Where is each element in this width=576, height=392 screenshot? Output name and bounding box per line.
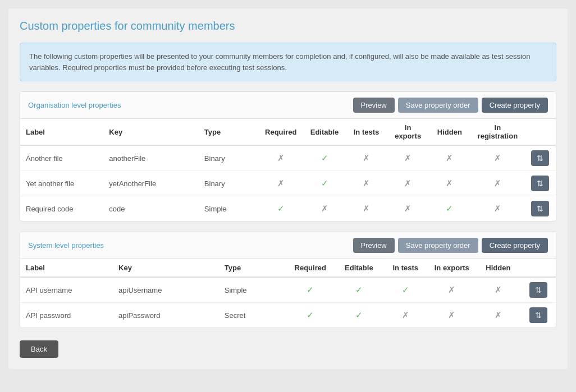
sys-row-sort[interactable]: ⇅ xyxy=(522,277,556,303)
sys-col-editable: Editable xyxy=(336,259,382,277)
sys-row-editable: ✓ xyxy=(336,277,382,303)
org-table-row: Required code code Simple ✓ ✗ ✗ ✗ ✓ ✗ ⇅ xyxy=(20,196,556,222)
org-sort-button[interactable]: ⇅ xyxy=(531,176,549,191)
sys-row-key: apiPassword xyxy=(113,303,219,328)
back-button[interactable]: Back xyxy=(20,340,58,358)
org-row-in-registration: ✗ xyxy=(470,196,525,222)
org-table-row: Another file anotherFile Binary ✗ ✓ ✗ ✗ … xyxy=(20,145,556,171)
sys-table-row: API password apiPassword Secret ✓ ✓ ✗ ✗ … xyxy=(20,303,556,328)
sys-row-required: ✓ xyxy=(285,277,336,303)
sys-col-required: Required xyxy=(285,259,336,277)
org-row-sort[interactable]: ⇅ xyxy=(525,196,556,222)
org-create-property-button[interactable]: Create property xyxy=(482,98,548,113)
sys-row-required: ✓ xyxy=(285,303,336,328)
sys-section-header: System level properties Preview Save pro… xyxy=(20,232,556,259)
org-col-editable: Editable xyxy=(304,119,346,145)
org-section-title: Organisation level properties xyxy=(28,101,121,109)
org-table-header-row: Label Key Type Required Editable In test… xyxy=(20,119,556,145)
sys-table-header-row: Label Key Type Required Editable In test… xyxy=(20,259,556,277)
sys-col-key: Key xyxy=(113,259,219,277)
sys-row-sort[interactable]: ⇅ xyxy=(522,303,556,328)
sys-col-hidden: Hidden xyxy=(475,259,522,277)
org-row-in-tests: ✗ xyxy=(345,145,387,171)
sys-row-hidden: ✗ xyxy=(475,277,522,303)
org-row-label: Another file xyxy=(20,145,103,171)
org-row-in-exports: ✗ xyxy=(387,196,429,222)
sys-col-type: Type xyxy=(219,259,285,277)
sys-properties-table: Label Key Type Required Editable In test… xyxy=(20,259,556,328)
org-col-hidden: Hidden xyxy=(429,119,470,145)
sys-row-label: API password xyxy=(20,303,113,328)
sys-section-title: System level properties xyxy=(28,241,104,250)
org-section: Organisation level properties Preview Sa… xyxy=(20,91,556,222)
org-row-in-registration: ✗ xyxy=(470,171,525,196)
org-row-key: anotherFile xyxy=(103,145,199,171)
sys-row-in-tests: ✗ xyxy=(382,303,429,328)
org-col-key: Key xyxy=(103,119,199,145)
sys-create-property-button[interactable]: Create property xyxy=(482,238,548,253)
org-section-header: Organisation level properties Preview Sa… xyxy=(20,92,556,119)
org-row-sort[interactable]: ⇅ xyxy=(525,171,556,196)
sys-row-in-exports: ✗ xyxy=(429,277,476,303)
org-row-label: Required code xyxy=(20,196,103,222)
org-col-required: Required xyxy=(258,119,304,145)
org-row-in-registration: ✗ xyxy=(470,145,525,171)
org-row-in-exports: ✗ xyxy=(387,145,429,171)
sys-row-editable: ✓ xyxy=(336,303,382,328)
org-save-order-button[interactable]: Save property order xyxy=(398,98,478,113)
org-row-type: Simple xyxy=(199,196,258,222)
sys-row-type: Secret xyxy=(219,303,285,328)
org-row-type: Binary xyxy=(199,145,258,171)
sys-row-hidden: ✗ xyxy=(475,303,522,328)
org-row-key: code xyxy=(103,196,199,222)
org-col-action xyxy=(525,119,556,145)
org-row-in-exports: ✗ xyxy=(387,171,429,196)
sys-sort-button[interactable]: ⇅ xyxy=(529,282,547,298)
org-col-label: Label xyxy=(20,119,103,145)
org-row-sort[interactable]: ⇅ xyxy=(525,145,556,171)
sys-sort-button[interactable]: ⇅ xyxy=(529,307,547,323)
org-col-in-exports: In exports xyxy=(387,119,429,145)
sys-section: System level properties Preview Save pro… xyxy=(20,232,556,328)
org-row-required: ✗ xyxy=(258,171,304,196)
org-section-actions: Preview Save property order Create prope… xyxy=(353,98,548,113)
org-row-editable: ✗ xyxy=(304,196,346,222)
org-row-editable: ✓ xyxy=(304,171,346,196)
org-properties-table: Label Key Type Required Editable In test… xyxy=(20,119,556,221)
sys-preview-button[interactable]: Preview xyxy=(353,238,395,253)
sys-col-in-tests: In tests xyxy=(382,259,429,277)
org-row-key: yetAnotherFile xyxy=(103,171,199,196)
org-row-type: Binary xyxy=(199,171,258,196)
org-col-type: Type xyxy=(199,119,258,145)
org-row-in-tests: ✗ xyxy=(345,171,387,196)
org-sort-button[interactable]: ⇅ xyxy=(531,201,549,216)
sys-save-order-button[interactable]: Save property order xyxy=(398,238,478,253)
sys-col-in-exports: In exports xyxy=(429,259,476,277)
sys-col-label: Label xyxy=(20,259,113,277)
org-col-in-tests: In tests xyxy=(345,119,387,145)
org-table-row: Yet another file yetAnotherFile Binary ✗… xyxy=(20,171,556,196)
sys-row-type: Simple xyxy=(219,277,285,303)
org-row-in-tests: ✗ xyxy=(345,196,387,222)
sys-row-label: API username xyxy=(20,277,113,303)
org-row-required: ✓ xyxy=(258,196,304,222)
sys-row-in-exports: ✗ xyxy=(429,303,476,328)
sys-row-in-tests: ✓ xyxy=(382,277,429,303)
org-preview-button[interactable]: Preview xyxy=(353,98,395,113)
sys-col-action xyxy=(522,259,556,277)
org-row-required: ✗ xyxy=(258,145,304,171)
sys-section-actions: Preview Save property order Create prope… xyxy=(353,238,548,253)
org-sort-button[interactable]: ⇅ xyxy=(531,150,549,166)
org-row-hidden: ✓ xyxy=(429,196,470,222)
sys-row-key: apiUsername xyxy=(113,277,219,303)
org-row-hidden: ✗ xyxy=(429,171,470,196)
org-row-editable: ✓ xyxy=(304,145,346,171)
page-title: Custom properties for community members xyxy=(20,20,556,33)
org-row-hidden: ✗ xyxy=(429,145,470,171)
sys-table-row: API username apiUsername Simple ✓ ✓ ✓ ✗ … xyxy=(20,277,556,303)
org-row-label: Yet another file xyxy=(20,171,103,196)
page-container: Custom properties for community members … xyxy=(8,8,568,369)
info-box: The following custom properties will be … xyxy=(20,43,556,81)
org-col-in-registration: In registration xyxy=(470,119,525,145)
